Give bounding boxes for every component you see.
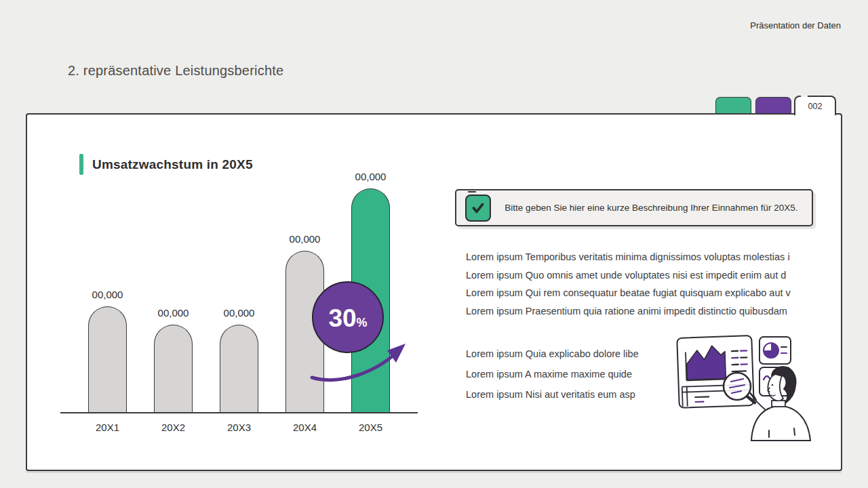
tab-green[interactable] (715, 97, 751, 113)
deck-title: Präsentation der Daten (750, 20, 841, 30)
callout-text: Bitte geben Sie hier eine kurze Beschrei… (491, 203, 812, 213)
bar-20x2: 00,000 20X2 (154, 307, 193, 413)
bar-value-label: 00,000 (158, 307, 189, 319)
text-line: Lorem ipsum Quo omnis amet unde voluptat… (466, 266, 791, 285)
text-line: Lorem ipsum Praesentium quia ratione ani… (466, 302, 791, 321)
bar (154, 325, 193, 413)
bar-value-label: 00,000 (290, 233, 321, 245)
paragraph-group-2: Lorem ipsum Quia explicabo dolore libe L… (466, 344, 639, 405)
slide-heading: 2. repräsentative Leistungsberichte (68, 63, 283, 79)
x-axis-line (60, 412, 418, 413)
bar (220, 325, 258, 413)
tab-page-number[interactable]: 002 (794, 96, 836, 115)
slide: Präsentation der Daten 2. repräsentative… (0, 0, 868, 488)
pie-chart-panel-icon (760, 337, 791, 364)
checkbox-checked-icon (465, 195, 491, 222)
bar-category-label: 20X3 (216, 422, 263, 433)
bar-value-label: 00,000 (355, 171, 387, 182)
bar-value-label: 00,000 (224, 307, 255, 319)
text-line: Lorem ipsum Temporibus veritatis minima … (466, 248, 791, 266)
slide-card: Umsatzwachstum in 20X5 00,000 20X1 00,00… (26, 113, 842, 471)
bar-value-label: 00,000 (92, 289, 123, 300)
paragraph-group-1: Lorem ipsum Temporibus veritatis minima … (466, 248, 791, 320)
percent-sign: % (357, 316, 368, 330)
text-line: Lorem ipsum Qui rem consequatur beatae f… (466, 284, 791, 302)
bar-category-label: 20X4 (281, 422, 329, 433)
text-line: Lorem ipsum A maxime maxime quide (466, 364, 639, 384)
bar (88, 306, 127, 413)
bar-20x1: 00,000 20X1 (88, 289, 127, 413)
bar-category-label: 20X5 (347, 422, 395, 433)
bar-category-label: 20X2 (150, 422, 197, 433)
text-line: Lorem ipsum Quia explicabo dolore libe (466, 344, 639, 364)
growth-percentage-badge: 30 % (312, 281, 384, 353)
bar-category-label: 20X1 (84, 422, 132, 433)
growth-value: 30 (328, 283, 356, 354)
text-line: Lorem ipsum Nisi aut veritatis eum asp (466, 384, 639, 405)
person-icon (749, 367, 810, 441)
description-callout[interactable]: Bitte geben Sie hier eine kurze Beschrei… (455, 189, 813, 226)
tab-purple[interactable] (755, 97, 791, 113)
person-analyzing-charts-illustration (673, 328, 835, 443)
bar-20x3: 00,000 20X3 (220, 307, 258, 413)
